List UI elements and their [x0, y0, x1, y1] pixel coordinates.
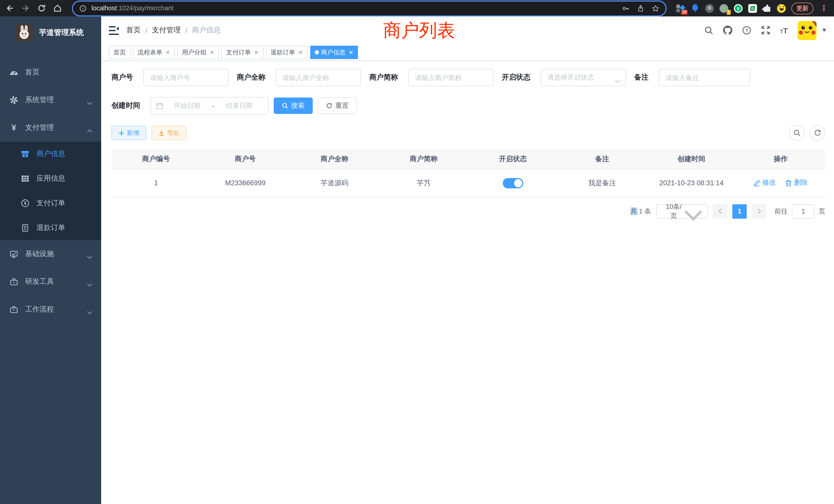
- browser-back-button[interactable]: [5, 4, 14, 13]
- export-button[interactable]: 导出: [152, 126, 186, 140]
- tab-user-group[interactable]: 用户分组✕: [177, 46, 219, 59]
- short-name-input[interactable]: [408, 69, 493, 86]
- edit-link[interactable]: 修改: [753, 178, 776, 188]
- sidebar-item-app-info[interactable]: 应用信息: [0, 166, 101, 191]
- chevron-down-icon: [615, 76, 620, 79]
- add-button[interactable]: 新增: [111, 126, 146, 140]
- github-icon[interactable]: [723, 26, 732, 35]
- sidebar-item-pay-order[interactable]: ¥ 支付订单: [0, 191, 101, 215]
- tab-home[interactable]: 首页: [109, 46, 130, 59]
- status-toggle[interactable]: [503, 178, 523, 188]
- gear-icon: [9, 95, 19, 105]
- page-size-select[interactable]: 10条/页: [656, 204, 708, 219]
- sidebar-item-infra[interactable]: 基础设施: [0, 240, 101, 268]
- avatar-dropdown-caret[interactable]: [822, 29, 826, 32]
- close-icon[interactable]: ✕: [349, 49, 353, 56]
- goto-page-input[interactable]: [792, 204, 814, 219]
- col-full-name: 商户全称: [290, 150, 379, 169]
- sidebar-collapse-icon[interactable]: [109, 26, 118, 35]
- col-merchant-no: 商户号: [201, 150, 290, 169]
- site-info-icon[interactable]: [79, 4, 87, 12]
- extension-icon-balloon[interactable]: [691, 4, 699, 13]
- browser-profile-avatar[interactable]: [777, 4, 786, 13]
- url-text: localhost:1024/pay/merchant: [91, 5, 174, 12]
- password-key-icon[interactable]: [622, 4, 630, 12]
- sidebar-item-label: 首页: [25, 68, 40, 77]
- extension-icon-command[interactable]: ⌘: [705, 4, 714, 13]
- fullscreen-icon[interactable]: [761, 26, 770, 35]
- current-page-button[interactable]: 1: [732, 204, 747, 219]
- close-icon[interactable]: ✕: [210, 49, 214, 56]
- help-icon[interactable]: ?: [742, 26, 751, 35]
- close-icon[interactable]: ✕: [166, 49, 170, 56]
- extension-icon-tab-counter[interactable]: 1: [720, 4, 728, 13]
- sidebar-item-label: 应用信息: [37, 174, 65, 183]
- col-create-time: 创建时间: [647, 150, 736, 169]
- browser-menu-icon[interactable]: ⋮: [819, 4, 829, 13]
- cell-merchant-id: 1: [111, 169, 201, 197]
- status-select[interactable]: 请选择开启状态: [541, 69, 626, 86]
- sidebar-item-dev-tools[interactable]: 研发工具: [0, 268, 101, 296]
- user-avatar[interactable]: [797, 21, 816, 40]
- reset-button[interactable]: 重置: [318, 97, 357, 114]
- sidebar-item-pay[interactable]: ¥ 支付管理: [0, 114, 101, 142]
- browser-forward-button[interactable]: [21, 4, 30, 13]
- extension-icon-blue-diamond[interactable]: 10: [676, 4, 685, 13]
- search-form-row-1: 商户号 商户全称 商户简称 开启状态 请选择开启状态: [111, 69, 825, 86]
- delete-link[interactable]: 删除: [785, 178, 808, 188]
- app-window: 芋道管理系统 首页 系统管理: [0, 17, 834, 504]
- next-page-button[interactable]: [752, 204, 766, 219]
- breadcrumb-pay[interactable]: 支付管理: [152, 26, 181, 35]
- app-title: 芋道管理系统: [39, 27, 84, 37]
- url-bar[interactable]: localhost:1024/pay/merchant: [73, 1, 665, 15]
- prev-page-button[interactable]: [713, 204, 727, 219]
- toggle-search-button[interactable]: [789, 125, 805, 141]
- full-name-label: 商户全称: [237, 73, 265, 82]
- font-size-icon[interactable]: TT: [780, 26, 788, 35]
- remark-input[interactable]: [659, 69, 750, 86]
- col-short-name: 商户简称: [379, 150, 468, 169]
- sidebar-item-label: 支付订单: [37, 199, 65, 208]
- chevron-down-icon: [87, 252, 92, 256]
- sidebar-logo[interactable]: 芋道管理系统: [0, 17, 101, 48]
- tab-merchant-info[interactable]: 商户信息✕: [310, 46, 358, 59]
- create-time-range-picker[interactable]: 开始日期 - 结束日期: [151, 97, 269, 114]
- bookmark-star-icon[interactable]: [652, 4, 659, 12]
- calendar-icon: [156, 102, 163, 109]
- sidebar-item-merchant-info[interactable]: 商户信息: [0, 142, 101, 166]
- date-range-separator: -: [211, 102, 215, 110]
- tab-pay-order[interactable]: 支付订单✕: [222, 46, 263, 59]
- sidebar-item-home[interactable]: 首页: [0, 59, 101, 86]
- full-name-input[interactable]: [276, 69, 361, 86]
- svg-text:?: ?: [745, 28, 748, 33]
- close-icon[interactable]: ✕: [298, 49, 303, 56]
- cell-status: [468, 169, 558, 197]
- merchant-no-label: 商户号: [111, 73, 133, 82]
- merchant-no-input[interactable]: [143, 69, 228, 86]
- sidebar-item-system[interactable]: 系统管理: [0, 86, 101, 114]
- browser-reload-button[interactable]: [37, 4, 46, 13]
- briefcase-icon: [9, 305, 19, 314]
- chrome-update-button[interactable]: 更新: [791, 2, 813, 14]
- sidebar-item-refund-order[interactable]: 退款订单: [0, 215, 101, 240]
- browser-home-button[interactable]: [53, 4, 62, 13]
- tab-refund-order[interactable]: 退款订单✕: [266, 46, 307, 59]
- refresh-button[interactable]: [810, 125, 825, 141]
- sidebar-submenu-pay: 商户信息 应用信息 ¥ 支付订单: [0, 142, 101, 240]
- search-button[interactable]: 搜索: [274, 97, 313, 114]
- chevron-up-icon: [87, 126, 92, 130]
- sidebar-item-label: 系统管理: [25, 95, 54, 105]
- extension-icon-chat[interactable]: [748, 4, 757, 13]
- share-icon[interactable]: [637, 4, 644, 12]
- breadcrumb-home[interactable]: 首页: [126, 26, 141, 35]
- close-icon[interactable]: ✕: [254, 49, 259, 56]
- tab-process-form[interactable]: 流程表单✕: [133, 46, 175, 59]
- sidebar-item-workflow[interactable]: 工作流程: [0, 296, 101, 323]
- chevron-down-icon: [87, 308, 92, 311]
- cell-remark: 我是备注: [558, 169, 647, 197]
- extension-icon-y[interactable]: y: [734, 4, 743, 13]
- search-icon[interactable]: [704, 26, 713, 35]
- active-dot: [315, 50, 319, 54]
- extensions-puzzle-icon[interactable]: [763, 4, 771, 13]
- sidebar-item-label: 研发工具: [25, 277, 54, 287]
